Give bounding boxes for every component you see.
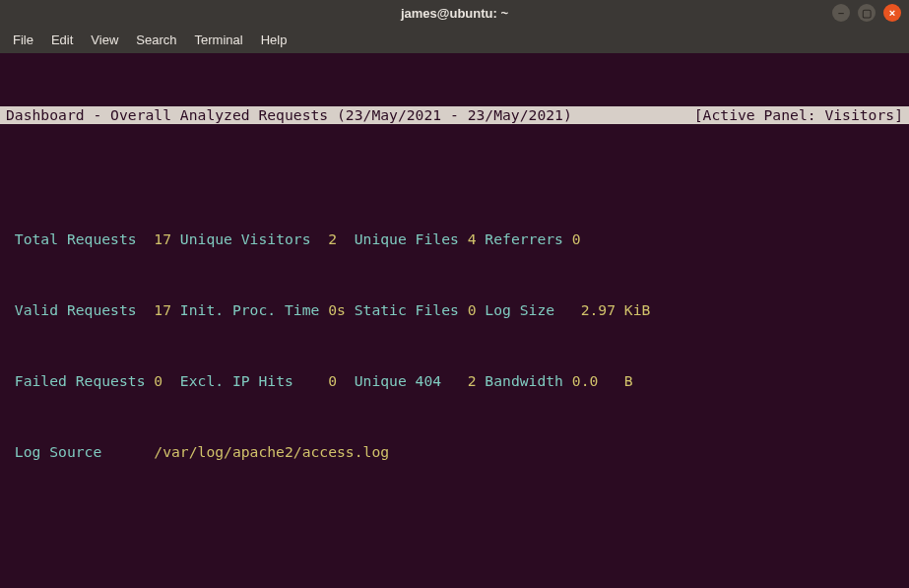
lbl-static-files: Static Files (346, 301, 468, 318)
dashboard-titlebar: Dashboard - Overall Analyzed Requests (2… (0, 106, 909, 124)
val-valid-requests: 17 (154, 301, 171, 318)
minimize-button[interactable]: – (832, 4, 850, 22)
menu-file[interactable]: File (6, 30, 40, 51)
window-buttons: – ▢ × (832, 4, 901, 22)
menubar: File Edit View Search Terminal Help (0, 27, 909, 53)
val-excl-ip-hits: 0 (328, 372, 337, 389)
window-titlebar: james@ubuntu: ~ – ▢ × (0, 0, 909, 27)
lbl-bandwidth: Bandwidth (477, 372, 572, 389)
lbl-unique-visitors: Unique Visitors (171, 230, 328, 247)
lbl-excl-ip-hits: Excl. IP Hits (162, 372, 328, 389)
lbl-unique-404: Unique 404 (337, 372, 468, 389)
val-static-files: 0 (468, 301, 477, 318)
menu-view[interactable]: View (84, 30, 125, 51)
val-failed-requests: 0 (154, 372, 162, 389)
val-unique-visitors: 2 (328, 230, 337, 247)
menu-terminal[interactable]: Terminal (188, 30, 250, 51)
dashboard-title: Dashboard - Overall Analyzed Requests (2… (6, 106, 572, 123)
val-unique-files: 4 (468, 230, 477, 247)
blank-row (0, 496, 909, 514)
menu-help[interactable]: Help (254, 30, 294, 51)
val-unique-404: 2 (468, 372, 477, 389)
lbl-referrers: Referrers (477, 230, 572, 247)
val-referrers: 0 (572, 230, 581, 247)
lbl-unique-files: Unique Files (337, 230, 468, 247)
summary-line-1: Total Requests 17 Unique Visitors 2 Uniq… (0, 230, 909, 248)
val-log-size: 2.97 KiB (581, 301, 651, 318)
menu-search[interactable]: Search (129, 30, 183, 51)
lbl-total-requests: Total Requests (15, 230, 154, 247)
close-button[interactable]: × (883, 4, 901, 22)
val-log-source: /var/log/apache2/access.log (154, 443, 389, 460)
summary-line-2: Valid Requests 17 Init. Proc. Time 0s St… (0, 301, 909, 319)
menu-edit[interactable]: Edit (44, 30, 80, 51)
val-total-requests: 17 (154, 230, 171, 247)
lbl-init-proc-time: Init. Proc. Time (171, 301, 328, 318)
summary-line-3: Failed Requests 0 Excl. IP Hits 0 Unique… (0, 372, 909, 390)
lbl-valid-requests: Valid Requests (15, 301, 154, 318)
blank-row (0, 532, 909, 550)
maximize-button[interactable]: ▢ (858, 4, 876, 22)
terminal-area[interactable]: Dashboard - Overall Analyzed Requests (2… (0, 53, 909, 588)
active-panel-label: [Active Panel: Visitors] (694, 106, 903, 124)
lbl-log-size: Log Size (477, 301, 581, 318)
summary-line-4: Log Source /var/log/apache2/access.log (0, 443, 909, 461)
val-bandwidth: 0.0 B (572, 372, 633, 389)
blank-row (0, 160, 909, 177)
lbl-log-source: Log Source (15, 443, 154, 460)
window-title: james@ubuntu: ~ (0, 5, 909, 23)
lbl-failed-requests: Failed Requests (15, 372, 154, 389)
val-init-proc-time: 0s (328, 301, 346, 318)
